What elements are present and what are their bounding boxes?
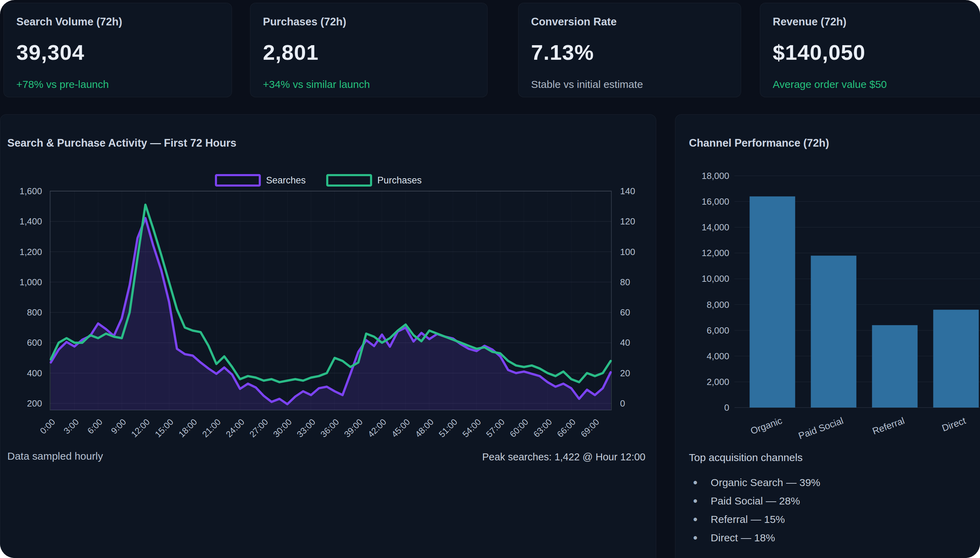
svg-text:18,000: 18,000 bbox=[702, 171, 729, 181]
bar-referral bbox=[872, 325, 918, 407]
list-item: Referral — 15% bbox=[689, 510, 820, 528]
card-value: 7.13% bbox=[531, 40, 728, 65]
svg-text:1,000: 1,000 bbox=[20, 277, 42, 287]
svg-text:100: 100 bbox=[620, 247, 635, 257]
svg-text:9:00: 9:00 bbox=[109, 417, 128, 436]
card-note: Stable vs initial estimate bbox=[531, 79, 728, 90]
svg-text:45:00: 45:00 bbox=[389, 417, 412, 439]
svg-text:33:00: 33:00 bbox=[295, 417, 317, 439]
stat-card-revenue: Revenue (72h) $140,050 Average order val… bbox=[760, 3, 980, 97]
svg-text:1,400: 1,400 bbox=[20, 216, 42, 226]
svg-text:Direct: Direct bbox=[941, 415, 967, 433]
svg-text:14,000: 14,000 bbox=[702, 222, 729, 233]
svg-text:800: 800 bbox=[27, 307, 42, 318]
bar-direct bbox=[934, 310, 979, 407]
svg-text:69:00: 69:00 bbox=[579, 417, 601, 439]
svg-text:6:00: 6:00 bbox=[85, 417, 104, 436]
svg-text:12:00: 12:00 bbox=[129, 417, 152, 439]
svg-text:120: 120 bbox=[620, 216, 635, 226]
dashboard-root: Search Volume (72h) 39,304 +78% vs pre-l… bbox=[0, 0, 980, 558]
svg-text:36:00: 36:00 bbox=[319, 417, 341, 439]
svg-text:2,000: 2,000 bbox=[707, 377, 729, 387]
activity-footer-note: Data sampled hourly bbox=[7, 450, 103, 462]
channel-list: Organic Search — 39% Paid Social — 28% R… bbox=[689, 473, 820, 547]
channel-panel: Channel Performance (72h) 02,0004,0006,0… bbox=[675, 114, 980, 558]
searches-area bbox=[51, 218, 611, 410]
svg-text:57:00: 57:00 bbox=[484, 417, 506, 439]
svg-text:8,000: 8,000 bbox=[707, 299, 729, 310]
svg-text:66:00: 66:00 bbox=[555, 417, 577, 439]
card-note: +78% vs pre-launch bbox=[16, 79, 219, 90]
stat-card-conversion-rate: Conversion Rate 7.13% Stable vs initial … bbox=[518, 3, 741, 97]
legend-swatch-purchases bbox=[327, 175, 371, 185]
bar-paid-social bbox=[811, 256, 856, 407]
svg-text:4,000: 4,000 bbox=[707, 351, 729, 361]
svg-text:63:00: 63:00 bbox=[531, 417, 553, 439]
svg-text:24:00: 24:00 bbox=[224, 417, 246, 439]
channel-list-title: Top acquisition channels bbox=[689, 452, 803, 463]
card-value: 39,304 bbox=[16, 40, 219, 65]
stat-card-purchases: Purchases (72h) 2,801 +34% vs similar la… bbox=[250, 3, 488, 97]
svg-text:3:00: 3:00 bbox=[61, 417, 80, 436]
svg-text:6,000: 6,000 bbox=[707, 325, 729, 336]
legend-label: Purchases bbox=[377, 175, 422, 185]
svg-text:1,200: 1,200 bbox=[20, 247, 42, 257]
legend-label: Searches bbox=[266, 175, 306, 185]
svg-text:400: 400 bbox=[27, 368, 42, 378]
svg-text:Organic: Organic bbox=[749, 415, 784, 437]
svg-text:30:00: 30:00 bbox=[271, 417, 293, 439]
svg-text:54:00: 54:00 bbox=[460, 417, 483, 439]
svg-text:1,600: 1,600 bbox=[20, 186, 42, 196]
svg-text:20: 20 bbox=[620, 368, 630, 378]
svg-text:140: 140 bbox=[620, 186, 635, 196]
activity-panel: Search & Purchase Activity — First 72 Ho… bbox=[0, 114, 656, 558]
list-item: Paid Social — 28% bbox=[689, 492, 820, 510]
list-item: Direct — 18% bbox=[689, 528, 820, 547]
card-title: Purchases (72h) bbox=[263, 16, 475, 28]
card-title: Search Volume (72h) bbox=[16, 16, 219, 28]
svg-text:15:00: 15:00 bbox=[153, 417, 175, 439]
card-note: +34% vs similar launch bbox=[263, 79, 475, 90]
card-title: Conversion Rate bbox=[531, 16, 728, 28]
svg-text:600: 600 bbox=[27, 337, 42, 348]
svg-text:48:00: 48:00 bbox=[413, 417, 435, 439]
bar-organic bbox=[750, 196, 796, 407]
svg-text:0: 0 bbox=[620, 398, 625, 409]
svg-text:40: 40 bbox=[620, 337, 630, 348]
activity-chart: 2004006008001,0001,2001,4001,60002040608… bbox=[0, 115, 657, 448]
svg-text:Paid Social: Paid Social bbox=[797, 415, 845, 441]
card-value: $140,050 bbox=[773, 40, 977, 65]
svg-text:18:00: 18:00 bbox=[177, 417, 199, 439]
legend: SearchesPurchases bbox=[216, 175, 422, 185]
svg-text:200: 200 bbox=[27, 398, 42, 409]
channel-chart: 02,0004,0006,0008,00010,00012,00014,0001… bbox=[675, 115, 980, 448]
svg-text:0:00: 0:00 bbox=[38, 417, 57, 436]
svg-text:60:00: 60:00 bbox=[508, 417, 530, 439]
stat-card-search-volume: Search Volume (72h) 39,304 +78% vs pre-l… bbox=[3, 3, 232, 97]
svg-text:51:00: 51:00 bbox=[437, 417, 459, 439]
svg-text:Referral: Referral bbox=[871, 415, 906, 437]
svg-text:12,000: 12,000 bbox=[702, 248, 729, 258]
card-note: Average order value $50 bbox=[773, 79, 977, 90]
svg-text:39:00: 39:00 bbox=[342, 417, 364, 439]
card-title: Revenue (72h) bbox=[773, 16, 977, 28]
svg-text:0: 0 bbox=[725, 402, 729, 413]
svg-text:60: 60 bbox=[620, 307, 630, 318]
card-value: 2,801 bbox=[263, 40, 475, 65]
svg-text:10,000: 10,000 bbox=[702, 273, 729, 284]
list-item: Organic Search — 39% bbox=[689, 473, 820, 492]
svg-text:16,000: 16,000 bbox=[702, 196, 729, 207]
activity-peak-note: Peak searches: 1,422 @ Hour 12:00 bbox=[482, 451, 646, 463]
svg-text:21:00: 21:00 bbox=[200, 417, 222, 439]
svg-text:42:00: 42:00 bbox=[366, 417, 388, 439]
svg-text:27:00: 27:00 bbox=[248, 417, 270, 439]
svg-text:80: 80 bbox=[620, 277, 630, 287]
legend-swatch-searches bbox=[216, 175, 260, 185]
